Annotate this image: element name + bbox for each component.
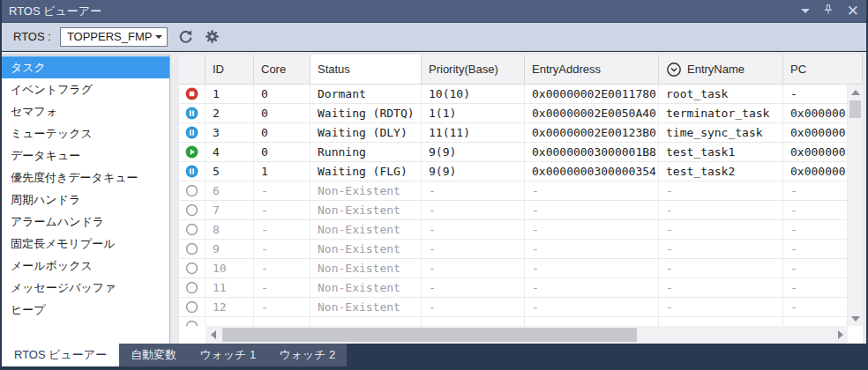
rtos-select[interactable]: TOPPERS_FMP3 — [60, 27, 168, 47]
none-status-icon — [185, 300, 198, 314]
none-status-icon — [185, 204, 198, 217]
dock-tabbar: RTOS ビューアー 自動変数ウォッチ 1ウォッチ 2 — [2, 344, 866, 366]
scroll-up-arrow-icon[interactable] — [848, 85, 863, 100]
sidebar-item[interactable]: 周期ハンドラ — [2, 189, 169, 211]
sidebar-item[interactable]: データキュー — [2, 144, 169, 166]
pause-status-icon — [185, 107, 198, 120]
table-header-row: ID Core Status Priority(Base) EntryAddre… — [179, 55, 863, 85]
rtos-viewer-window: RTOS ビューアー ✕ RTOS : TOPPERS_FMP3 — [0, 0, 868, 370]
object-type-list: タスクイベントフラグセマフォミューテックスデータキュー優先度付きデータキュー周期… — [2, 55, 170, 344]
table-row[interactable]: 7 - Non-Existent - - - - — [179, 201, 848, 220]
table-row[interactable]: 1 0 Dormant 10(10) 0x00000002E0011780 ro… — [179, 85, 848, 104]
table-body: 1 0 Dormant 10(10) 0x00000002E0011780 ro… — [179, 85, 848, 326]
none-status-icon — [185, 281, 198, 294]
play-status-icon — [185, 145, 198, 159]
none-status-icon — [185, 223, 198, 236]
window-title: RTOS ビューアー — [9, 4, 101, 19]
none-status-icon — [185, 242, 198, 255]
table-row[interactable]: 3 0 Waiting (DLY) 11(11) 0x00000002E0012… — [179, 123, 848, 143]
toolbar: RTOS : TOPPERS_FMP3 — [2, 23, 866, 51]
gear-icon[interactable] — [205, 29, 221, 45]
horizontal-scrollbar-row — [179, 326, 863, 344]
column-header-entryname[interactable]: EntryName — [659, 55, 783, 84]
table-row[interactable]: 4 0 Running 9(9) 0x00000003000001B8 test… — [179, 143, 848, 162]
table-row[interactable]: 10 - Non-Existent - - - - — [179, 259, 848, 278]
none-status-icon — [185, 262, 198, 275]
stop-status-icon — [185, 87, 198, 100]
sidebar-item[interactable]: イベントフラグ — [2, 78, 169, 100]
scroll-down-arrow-icon[interactable] — [848, 311, 863, 326]
column-header-id[interactable]: ID — [206, 55, 254, 84]
sidebar-item[interactable]: 固定長メモリプール — [2, 233, 169, 255]
circle-chevron-down-icon[interactable] — [666, 62, 682, 78]
sidebar-item[interactable]: メッセージバッファ — [2, 277, 169, 299]
sidebar-item[interactable]: 優先度付きデータキュー — [2, 166, 169, 189]
chevron-down-icon — [155, 35, 162, 39]
column-header-status[interactable]: Status — [311, 55, 422, 84]
table-row[interactable]: 12 - Non-Existent - - - - — [179, 298, 848, 317]
pause-status-icon — [185, 126, 198, 139]
titlebar[interactable]: RTOS ビューアー ✕ — [2, 0, 866, 23]
vertical-scrollbar[interactable] — [848, 85, 863, 326]
sidebar-item[interactable]: タスク — [2, 56, 169, 78]
window-position-chevron-icon[interactable] — [801, 9, 810, 13]
scrollbar-corner — [848, 326, 863, 344]
vertical-scrollbar-thumb[interactable] — [849, 100, 861, 118]
column-header-core[interactable]: Core — [254, 55, 311, 84]
column-header-icon[interactable] — [179, 55, 206, 84]
table-row[interactable]: 6 - Non-Existent - - - - — [179, 181, 848, 201]
horizontal-scrollbar[interactable] — [206, 326, 848, 344]
rtos-label: RTOS : — [13, 30, 51, 43]
table-row[interactable] — [179, 317, 848, 326]
table-row[interactable]: 9 - Non-Existent - - - - — [179, 240, 848, 259]
scroll-left-arrow-icon[interactable] — [206, 326, 221, 344]
horizontal-scrollbar-thumb[interactable] — [222, 328, 637, 342]
column-header-entryaddress[interactable]: EntryAddress — [525, 55, 659, 84]
none-status-icon — [185, 184, 198, 197]
pause-status-icon — [185, 165, 198, 178]
column-header-priority[interactable]: Priority(Base) — [422, 55, 525, 84]
sidebar-item[interactable]: ミューテックス — [2, 122, 169, 144]
content-area: タスクイベントフラグセマフォミューテックスデータキュー優先度付きデータキュー周期… — [2, 52, 866, 344]
rtos-select-value: TOPPERS_FMP3 — [67, 30, 152, 43]
task-table-panel: ID Core Status Priority(Base) EntryAddre… — [179, 55, 863, 344]
sidebar-item[interactable]: アラームハンドラ — [2, 211, 169, 233]
scroll-right-arrow-icon[interactable] — [833, 326, 848, 344]
refresh-icon[interactable] — [178, 29, 194, 45]
close-icon[interactable]: ✕ — [847, 4, 859, 18]
sidebar-item[interactable]: ヒープ — [2, 299, 169, 321]
sidebar-item[interactable]: メールボックス — [2, 255, 169, 277]
none-status-icon — [185, 320, 198, 326]
table-row[interactable]: 11 - Non-Existent - - - - — [179, 278, 848, 298]
table-row[interactable]: 8 - Non-Existent - - - - — [179, 220, 848, 240]
column-header-entryname-label: EntryName — [687, 63, 745, 76]
sidebar-item[interactable]: セマフォ — [2, 100, 169, 122]
tab-inactive[interactable]: ウォッチ 1 — [188, 344, 267, 366]
tab-inactive[interactable]: ウォッチ 2 — [267, 344, 347, 366]
tab-inactive[interactable]: 自動変数 — [119, 344, 188, 366]
pin-icon[interactable] — [822, 4, 834, 19]
column-header-pc[interactable]: PC — [783, 55, 863, 84]
tab-rtos-viewer[interactable]: RTOS ビューアー — [2, 344, 119, 366]
table-row[interactable]: 2 0 Waiting (RDTQ) 1(1) 0x00000002E0050A… — [179, 104, 848, 123]
table-row[interactable]: 5 1 Waiting (FLG) 9(9) 0x000000030000035… — [179, 162, 848, 181]
